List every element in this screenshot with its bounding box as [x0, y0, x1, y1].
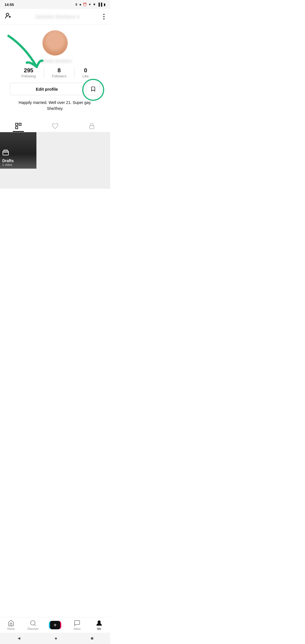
tab-videos[interactable] — [0, 119, 37, 132]
following-count: 295 — [24, 67, 33, 74]
bio-text: Happily married. Well over 21. Super gay… — [5, 100, 106, 112]
top-nav: Jachele Sentiere ▾ — [0, 9, 110, 25]
stat-followers[interactable]: 8 Followers — [44, 67, 75, 78]
bookmark-button[interactable] — [86, 83, 100, 95]
svg-rect-1 — [16, 123, 18, 125]
svg-point-0 — [6, 13, 9, 16]
sound-icon: ⏸ — [75, 3, 78, 6]
stat-following[interactable]: 295 Following — [14, 67, 44, 78]
wifi-icon: ▼ — [93, 3, 96, 6]
bookmark-icon — [90, 86, 96, 92]
profile-section: Jachele Sentiere 295 Following 8 Followe… — [0, 25, 110, 119]
status-time: 14:55 — [5, 3, 14, 7]
lock-icon — [88, 122, 95, 130]
drafts-icon — [2, 149, 34, 157]
bluetooth-icon: ✦ — [88, 3, 91, 6]
stats-row: 295 Following 8 Followers 0 Like — [14, 67, 97, 78]
tabs-row — [0, 119, 110, 132]
dot-indicator: ● — [79, 3, 81, 6]
dot-1 — [103, 14, 104, 15]
tab-private[interactable] — [73, 119, 110, 132]
drafts-overlay: Drafts 1 video — [0, 147, 36, 169]
stat-likes[interactable]: 0 Like — [75, 67, 97, 78]
tab-liked[interactable] — [37, 119, 73, 132]
profile-username: Jachele Sentiere — [38, 58, 72, 63]
heart-hands-icon — [51, 122, 59, 130]
svg-rect-5 — [3, 151, 8, 155]
grid-icon — [15, 122, 22, 130]
likes-count: 0 — [84, 67, 87, 74]
svg-rect-4 — [90, 126, 94, 129]
status-bar: 14:55 ⏸ ● ⏰ ✦ ▼ ▐▐ ▮ — [0, 0, 110, 9]
svg-rect-3 — [16, 127, 18, 129]
username-header: Jachele Sentiere ▾ — [35, 14, 80, 19]
dot-2 — [103, 16, 104, 17]
drafts-title: Drafts — [2, 158, 34, 163]
following-label: Following — [21, 74, 36, 78]
content-grid: Drafts 1 video — [0, 132, 110, 189]
avatar — [42, 30, 68, 56]
followers-label: Followers — [52, 74, 66, 78]
status-icons: ⏸ ● ⏰ ✦ ▼ ▐▐ ▮ — [75, 3, 106, 6]
alarm-icon: ⏰ — [83, 3, 87, 6]
signal-icon: ▐▐ — [97, 3, 102, 6]
likes-label: Like — [82, 74, 89, 78]
drafts-count: 1 video — [2, 163, 34, 166]
edit-profile-button[interactable]: Edit profile — [10, 83, 84, 95]
action-buttons: Edit profile — [10, 83, 100, 95]
avatar-image — [42, 30, 68, 56]
dot-3 — [103, 18, 104, 19]
followers-count: 8 — [58, 67, 61, 74]
more-options-button[interactable] — [102, 13, 106, 21]
add-user-button[interactable] — [5, 12, 12, 21]
drafts-item[interactable]: Drafts 1 video — [0, 132, 36, 169]
svg-rect-2 — [19, 123, 21, 125]
battery-icon: ▮ — [104, 3, 106, 6]
